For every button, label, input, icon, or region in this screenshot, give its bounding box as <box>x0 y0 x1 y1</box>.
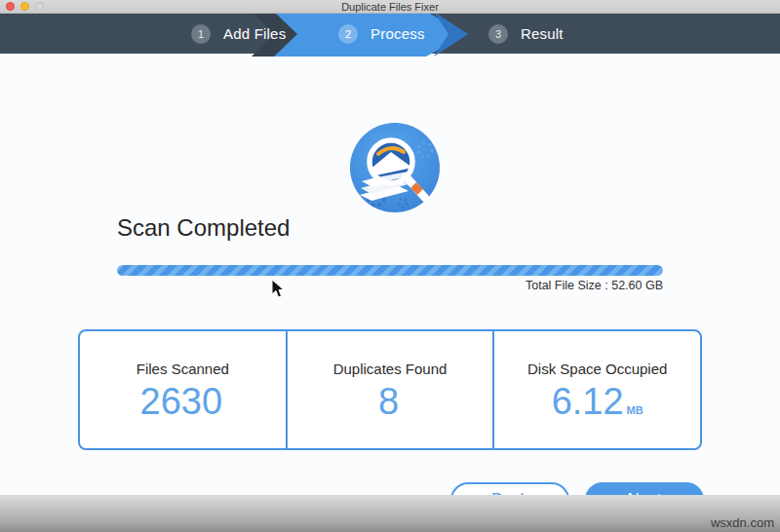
stat-number: 6.12 <box>552 381 624 422</box>
stat-disk-space-occupied: Disk Space Occupied 6.12MB <box>492 331 700 448</box>
step-number-badge: 3 <box>488 24 508 44</box>
step-number-badge: 2 <box>338 24 358 44</box>
step-process[interactable]: 2 Process <box>338 14 425 54</box>
stat-label: Duplicates Found <box>333 361 448 377</box>
titlebar: Duplicate Files Fixer <box>0 0 780 14</box>
app-window: Duplicate Files Fixer 1 Add Files 2 Proc… <box>0 0 780 532</box>
window-title: Duplicate Files Fixer <box>0 0 780 14</box>
step-label: Add Files <box>223 25 286 42</box>
stat-files-scanned: Files Scanned 2630 <box>80 331 286 448</box>
step-result[interactable]: 3 Result <box>488 14 564 54</box>
step-label: Result <box>521 25 564 42</box>
scan-stats-panel: Files Scanned 2630 Duplicates Found 8 Di… <box>78 329 702 450</box>
scan-progress-fill <box>117 265 663 276</box>
scan-status-heading: Scan Completed <box>117 214 290 242</box>
stat-label: Disk Space Occupied <box>527 361 667 377</box>
stat-value: 2630 <box>140 383 226 420</box>
step-number-badge: 1 <box>191 24 211 44</box>
total-file-size-text: Total File Size : 52.60 GB <box>526 279 663 292</box>
footer-strip: wsxdn.com <box>0 495 780 532</box>
stat-number: 8 <box>378 381 399 422</box>
step-add-files[interactable]: 1 Add Files <box>191 14 286 54</box>
watermark-text: wsxdn.com <box>711 515 774 530</box>
main-content: Scan Completed Total File Size : 52.60 G… <box>0 54 780 495</box>
step-label: Process <box>370 25 425 42</box>
stat-value: 6.12MB <box>552 383 644 420</box>
stat-number: 2630 <box>140 381 223 422</box>
mouse-cursor-icon <box>271 279 287 300</box>
scan-progress-bar <box>117 265 663 276</box>
stat-label: Files Scanned <box>136 361 229 377</box>
duplicate-finder-app-icon <box>348 121 442 214</box>
stat-unit: MB <box>627 404 644 416</box>
stat-value: 8 <box>378 383 402 420</box>
stat-duplicates-found: Duplicates Found 8 <box>286 331 493 448</box>
